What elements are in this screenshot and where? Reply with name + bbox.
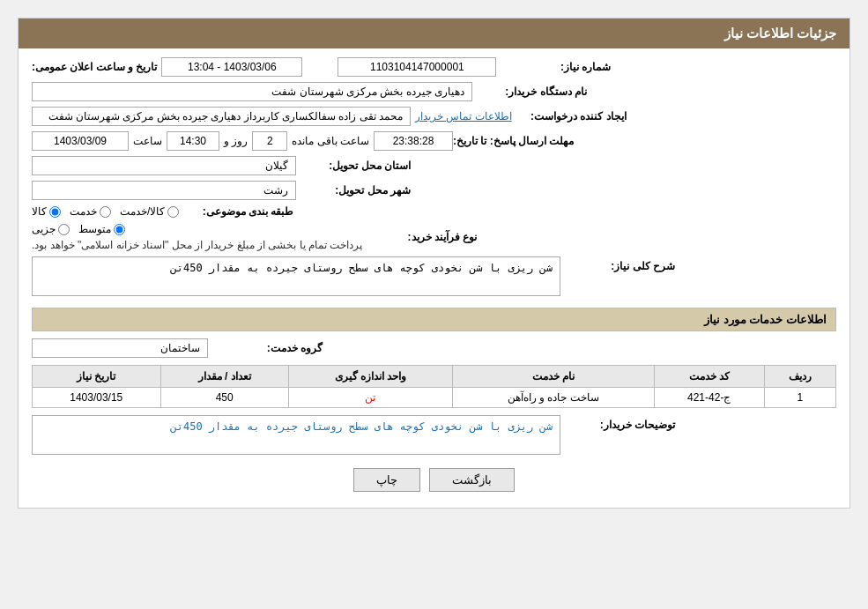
- city-value: رشت: [32, 181, 296, 200]
- description-label: شرح کلی نیاز:: [560, 260, 675, 272]
- category-radio-group: کالا/خدمت خدمت کالا: [32, 205, 179, 218]
- cell-code: ج-42-421: [654, 388, 764, 408]
- category-khadamat[interactable]: خدمت: [70, 205, 111, 218]
- table-row: 1 ج-42-421 ساخت جاده و راه‌آهن تن 450 14…: [33, 388, 836, 408]
- label-kala-khadamat: کالا/خدمت: [120, 205, 165, 218]
- col-code: کد خدمت: [654, 366, 764, 388]
- response-remaining-label: ساعت باقی مانده: [292, 135, 369, 147]
- response-days-label: روز و: [224, 135, 248, 147]
- category-kala[interactable]: کالا: [32, 205, 61, 218]
- label-jozii: جزیی: [32, 223, 56, 235]
- row-city: شهر محل تحویل: رشت: [32, 181, 836, 200]
- category-kala-khadamat[interactable]: کالا/خدمت: [120, 205, 179, 218]
- purchase-radio-group: متوسط جزیی: [32, 223, 125, 235]
- services-table-section: ردیف کد خدمت نام خدمت واحد اندازه گیری ت…: [32, 365, 836, 408]
- announcement-date-label: تاریخ و ساعت اعلان عمومی:: [32, 61, 157, 73]
- cell-name: ساخت جاده و راه‌آهن: [453, 388, 654, 408]
- response-remaining-value: 23:38:28: [374, 131, 453, 151]
- response-date-value: 1403/03/09: [32, 131, 129, 151]
- org-name-label: نام دستگاه خریدار:: [472, 85, 587, 98]
- creator-row-content: اطلاعات تماس خریدار محمد تقی زاده سفالکس…: [32, 107, 512, 126]
- radio-khadamat[interactable]: [100, 206, 111, 218]
- city-label: شهر محل تحویل:: [296, 184, 411, 197]
- announcement-date-value: 1403/03/06 - 13:04: [161, 57, 302, 77]
- need-number-label: شماره نیاز:: [496, 61, 611, 73]
- response-time-label: ساعت: [133, 135, 162, 147]
- col-unit: واحد اندازه گیری: [288, 366, 452, 388]
- province-value: گیلان: [32, 156, 296, 175]
- buyer-desc-label: توضیحات خریدار:: [560, 419, 675, 431]
- purchase-type-label: نوع فرآیند خرید:: [362, 231, 477, 243]
- col-name: نام خدمت: [453, 366, 654, 388]
- radio-jozii[interactable]: [58, 224, 70, 235]
- back-button[interactable]: بازگشت: [429, 468, 515, 492]
- org-name-value: دهیاری جیرده بخش مرکزی شهرستان شفت: [32, 82, 472, 101]
- cell-quantity: 450: [160, 388, 288, 408]
- row-purchase-type: نوع فرآیند خرید: متوسط جزیی پرداخت تمام …: [32, 223, 836, 251]
- need-number-value: 1103104147000001: [338, 57, 496, 77]
- page-header: جزئیات اطلاعات نیاز: [19, 19, 849, 48]
- description-textarea[interactable]: شن ریزی با شن نخودی کوچه های سطح روستای …: [32, 256, 560, 296]
- creator-value: محمد تقی زاده سفالکساری کاربرداز دهیاری …: [32, 107, 411, 126]
- cell-row-num: 1: [764, 388, 835, 408]
- purchase-note: پرداخت تمام یا بخشی از مبلغ خریدار از مح…: [32, 239, 362, 251]
- response-date-content: 23:38:28 ساعت باقی مانده 2 روز و 14:30 س…: [32, 131, 453, 151]
- buyer-desc-textarea[interactable]: شن ریزی با شن نخودی کوچه های سطح روستای …: [32, 415, 560, 455]
- radio-moutaset[interactable]: [114, 224, 125, 235]
- col-quantity: تعداد / مقدار: [160, 366, 288, 388]
- service-group-value: ساختمان: [32, 338, 208, 358]
- row-province: استان محل تحویل: گیلان: [32, 156, 836, 175]
- purchase-moutaset[interactable]: متوسط: [78, 223, 125, 235]
- page-content: شماره نیاز: 1103104147000001 1403/03/06 …: [19, 48, 849, 508]
- description-wrapper: شن ریزی با شن نخودی کوچه های سطح روستای …: [32, 256, 560, 299]
- response-time-value: 14:30: [167, 131, 219, 151]
- service-info-title: اطلاعات خدمات مورد نیاز: [32, 308, 836, 331]
- radio-kala[interactable]: [49, 206, 61, 218]
- response-date-label: مهلت ارسال پاسخ: تا تاریخ:: [453, 135, 574, 147]
- purchase-type-content: متوسط جزیی پرداخت تمام یا بخشی از مبلغ خ…: [32, 223, 362, 251]
- print-button[interactable]: چاپ: [353, 468, 420, 492]
- label-khadamat: خدمت: [70, 205, 97, 218]
- page-title: جزئیات اطلاعات نیاز: [724, 26, 836, 41]
- row-org-name: نام دستگاه خریدار: دهیاری جیرده بخش مرکز…: [32, 82, 836, 101]
- service-group-label: گروه خدمت:: [208, 342, 323, 354]
- cell-unit: تن: [288, 388, 452, 408]
- row-description: شرح کلی نیاز: شن ریزی با شن نخودی کوچه ه…: [32, 256, 836, 299]
- response-days-value: 2: [252, 131, 287, 151]
- row-buyer-desc: توضیحات خریدار: شن ریزی با شن نخودی کوچه…: [32, 415, 836, 457]
- main-container: جزئیات اطلاعات نیاز شماره نیاز: 11031041…: [18, 18, 850, 509]
- row-need-number: شماره نیاز: 1103104147000001 1403/03/06 …: [32, 57, 836, 77]
- row-category: طبقه بندی موضوعی: کالا/خدمت خدمت کالا: [32, 205, 836, 218]
- label-moutaset: متوسط: [78, 223, 111, 235]
- contact-link[interactable]: اطلاعات تماس خریدار: [415, 110, 512, 123]
- buyer-desc-wrapper: شن ریزی با شن نخودی کوچه های سطح روستای …: [32, 415, 560, 457]
- category-label: طبقه بندی موضوعی:: [179, 205, 293, 218]
- table-header-row: ردیف کد خدمت نام خدمت واحد اندازه گیری ت…: [33, 366, 836, 388]
- row-service-group: گروه خدمت: ساختمان: [32, 338, 836, 358]
- row-response-date: مهلت ارسال پاسخ: تا تاریخ: 23:38:28 ساعت…: [32, 131, 836, 151]
- purchase-jozii[interactable]: جزیی: [32, 223, 70, 235]
- services-table: ردیف کد خدمت نام خدمت واحد اندازه گیری ت…: [32, 365, 836, 408]
- radio-kala-khadamat[interactable]: [167, 206, 179, 218]
- row-creator: ایجاد کننده درخواست: اطلاعات تماس خریدار…: [32, 107, 836, 126]
- label-kala: کالا: [32, 205, 47, 218]
- province-label: استان محل تحویل:: [296, 160, 411, 172]
- creator-label: ایجاد کننده درخواست:: [512, 110, 627, 123]
- button-row: بازگشت چاپ: [32, 468, 836, 492]
- col-date: تاریخ نیاز: [33, 366, 161, 388]
- cell-date: 1403/03/15: [33, 388, 161, 408]
- col-row-num: ردیف: [764, 366, 835, 388]
